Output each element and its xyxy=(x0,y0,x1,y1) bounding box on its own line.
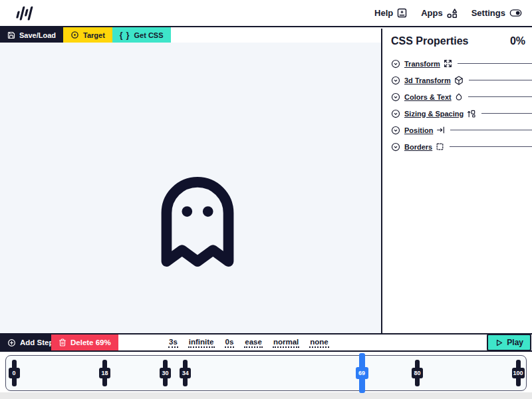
section-label: Transform xyxy=(404,60,440,68)
section-3d-transform[interactable]: 3d Transform xyxy=(391,72,532,88)
section-divider xyxy=(450,130,532,130)
marker-value: 18 xyxy=(99,368,110,378)
plus-circle-icon xyxy=(7,338,16,347)
section-transform[interactable]: Transform xyxy=(391,55,532,72)
apps-button[interactable]: Apps xyxy=(421,7,458,19)
marker-value: 69 xyxy=(356,367,368,379)
delete-step-label: Delete 69% xyxy=(70,338,111,346)
chevron-down-circle-icon xyxy=(391,126,400,135)
shapes-icon xyxy=(446,7,458,19)
animation-settings: 3s infinite 0s ease normal none xyxy=(168,334,329,350)
play-label: Play xyxy=(507,338,523,347)
marker-value: 80 xyxy=(412,368,423,378)
target-icon xyxy=(70,31,79,39)
toggle-icon xyxy=(509,7,523,19)
chevron-down-circle-icon xyxy=(391,142,400,152)
setting-delay[interactable]: 0s xyxy=(225,338,235,348)
panel-title: CSS Properties xyxy=(391,35,468,47)
panel-header: CSS Properties 0% xyxy=(391,35,532,47)
timeline-marker-69-selected[interactable]: 69 xyxy=(359,353,365,393)
sizing-icon xyxy=(467,109,476,118)
section-label: Colors & Text xyxy=(404,93,452,101)
settings-label: Settings xyxy=(471,8,505,18)
section-divider xyxy=(450,146,532,147)
trash-icon xyxy=(59,338,66,346)
setting-duration[interactable]: 3s xyxy=(168,338,178,348)
chevron-down-circle-icon xyxy=(391,109,400,118)
keyframes-logo xyxy=(11,4,33,23)
marker-value: 100 xyxy=(511,368,524,378)
add-step-label: Add Step xyxy=(20,338,53,346)
help-label: Help xyxy=(374,8,393,18)
header-nav: Help Apps Settings xyxy=(374,7,523,19)
chevron-down-circle-icon xyxy=(391,76,400,85)
apps-label: Apps xyxy=(421,8,443,18)
cube-icon xyxy=(454,76,464,85)
timeline: 0 18 30 34 69 xyxy=(0,352,532,399)
delete-step-button[interactable]: Delete 69% xyxy=(51,334,118,350)
play-button[interactable]: Play xyxy=(487,334,531,351)
braces-icon: { } xyxy=(120,31,130,40)
chevron-down-circle-icon xyxy=(391,92,400,102)
bottom-gutter xyxy=(0,392,532,399)
chevron-down-circle-icon xyxy=(391,59,400,68)
marker-value: 0 xyxy=(9,368,20,378)
section-divider xyxy=(458,63,532,64)
save-load-label: Save/Load xyxy=(19,31,56,39)
target-button[interactable]: Target xyxy=(63,27,112,43)
setting-direction[interactable]: normal xyxy=(273,338,299,348)
marker-value: 34 xyxy=(180,368,191,378)
expand-arrows-icon xyxy=(444,59,452,68)
guide-book-icon xyxy=(396,7,408,19)
timeline-marker-0[interactable]: 0 xyxy=(11,360,17,386)
section-colors-text[interactable]: Colors & Text xyxy=(391,88,532,105)
timeline-marker-34[interactable]: 34 xyxy=(182,360,188,386)
setting-iteration-count[interactable]: infinite xyxy=(188,338,215,348)
setting-fill-mode[interactable]: none xyxy=(309,338,329,348)
get-css-label: Get CSS xyxy=(134,31,164,39)
get-css-button[interactable]: { } Get CSS xyxy=(112,27,171,43)
preview-canvas xyxy=(0,43,381,333)
animation-editor-app: Help Apps Settings xyxy=(0,0,532,399)
section-divider xyxy=(469,80,532,80)
setting-timing-function[interactable]: ease xyxy=(244,338,263,348)
timeline-track[interactable]: 0 18 30 34 69 xyxy=(5,355,527,391)
section-position[interactable]: Position xyxy=(391,122,532,138)
timeline-track-inner: 0 18 30 34 69 xyxy=(14,356,518,390)
help-button[interactable]: Help xyxy=(374,7,408,19)
css-properties-panel: CSS Properties 0% Transform 3d Transform xyxy=(381,29,532,333)
animation-progress: 0% xyxy=(510,35,525,47)
timeline-marker-100[interactable]: 100 xyxy=(515,360,521,386)
target-label: Target xyxy=(83,31,105,39)
arrow-to-line-icon xyxy=(436,126,445,134)
timeline-marker-30[interactable]: 30 xyxy=(162,360,168,386)
save-load-button[interactable]: Save/Load xyxy=(0,27,63,43)
droplet-icon xyxy=(455,92,463,101)
marker-value: 30 xyxy=(160,368,171,378)
header: Help Apps Settings xyxy=(0,0,532,27)
ghost-icon xyxy=(155,169,240,273)
timeline-marker-18[interactable]: 18 xyxy=(102,360,108,386)
toolbar: Save/Load Target { } Get CSS xyxy=(0,27,381,43)
section-label: 3d Transform xyxy=(404,76,451,84)
section-divider xyxy=(481,113,532,114)
settings-button[interactable]: Settings xyxy=(471,7,523,19)
timeline-marker-80[interactable]: 80 xyxy=(414,360,420,386)
play-icon xyxy=(495,338,503,347)
dashed-square-icon xyxy=(436,142,444,151)
section-label: Sizing & Spacing xyxy=(404,110,464,118)
save-icon xyxy=(7,31,15,39)
section-borders[interactable]: Borders xyxy=(391,138,532,155)
section-label: Position xyxy=(404,126,433,134)
step-control-bar: Add Step Delete 69% 3s infinite 0s ease … xyxy=(0,333,532,352)
section-divider xyxy=(468,96,532,97)
section-sizing-spacing[interactable]: Sizing & Spacing xyxy=(391,105,532,122)
section-label: Borders xyxy=(404,143,432,151)
